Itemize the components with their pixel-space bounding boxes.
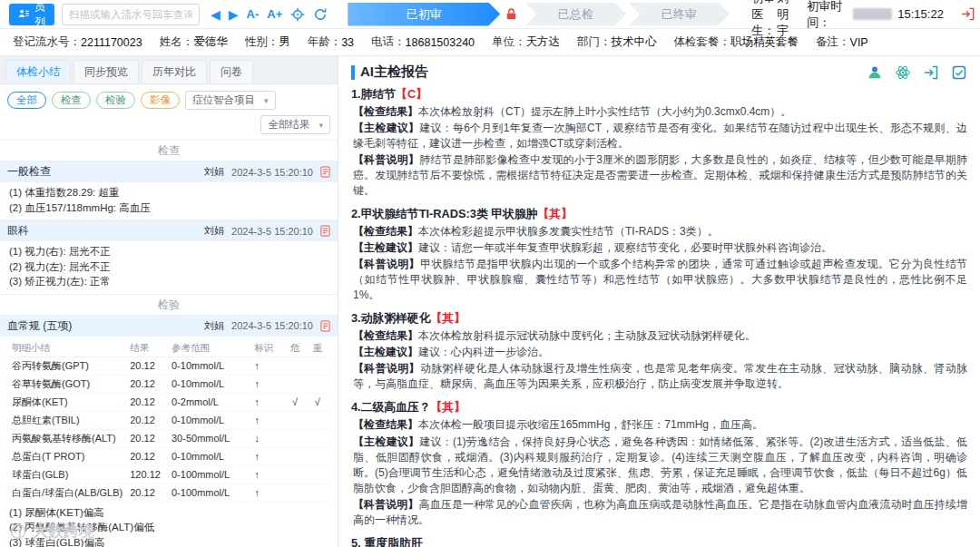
person-list-button[interactable]: 人员列表 xyxy=(9,4,54,25)
lab-row: 尿酮体(KET) 20.12 0-2mmol/L ↑ √ √ xyxy=(9,393,328,411)
audit-steps: 已初审 已总检 已终审 xyxy=(348,3,730,26)
report-line: 【科普说明】动脉粥样硬化是人体动脉退行及增生性病变，也是常见老年病变。常发生在主… xyxy=(353,361,967,392)
lab-severe xyxy=(306,411,328,429)
ai-settings-icon[interactable] xyxy=(895,64,911,81)
chevron-down-icon: ▾ xyxy=(318,121,323,130)
lab-flag: ↑ xyxy=(252,393,284,411)
report-item-title: 2.甲状腺结节TI-RADS:3类 甲状腺肿【其】 xyxy=(351,207,967,222)
lab-result: 20.12 xyxy=(127,429,169,447)
search-input[interactable] xyxy=(62,4,200,25)
report-line-label: 【科普说明】 xyxy=(353,362,420,375)
lab-result: 20.12 xyxy=(127,393,169,411)
next-person-icon[interactable]: ▶ xyxy=(229,8,239,21)
report-line-text: 建议：请您一年或半年复查甲状腺彩超，观察结节变化，必要时甲状腺外科咨询诊治。 xyxy=(418,241,832,254)
tab-sync-preview[interactable]: 同步预览 xyxy=(74,60,139,83)
card-blood-header[interactable]: 血常规 (五项) 刘娟 2024-3-5 15:20:10 xyxy=(0,316,338,337)
lab-range: 0-10mmol/L xyxy=(169,447,252,465)
report-line-text: 本次体检彩超提示甲状腺多发囊实性结节（TI-RADS：3类）。 xyxy=(418,225,719,238)
lab-severe xyxy=(306,465,328,484)
lab-severe xyxy=(306,429,328,447)
lab-danger xyxy=(284,411,307,429)
font-increase-icon[interactable]: A+ xyxy=(267,8,282,20)
report-item-name: 1.肺结节 xyxy=(351,87,396,101)
step-final-audit[interactable]: 已终审 xyxy=(628,3,730,26)
locate-icon[interactable] xyxy=(290,7,305,22)
lab-danger xyxy=(284,484,307,502)
project-filter-select[interactable]: 症位智合项目 ▾ xyxy=(185,91,276,110)
report-line-label: 【检查结果】 xyxy=(353,329,418,342)
tab-questionnaire[interactable]: 问卷 xyxy=(210,60,253,83)
lab-item-name: 总蛋白(T PROT) xyxy=(9,447,127,465)
card-title: 血常规 (五项) xyxy=(7,318,72,334)
confirm-check-icon[interactable] xyxy=(951,64,967,81)
report-item-tag: 【其】 xyxy=(537,207,572,220)
lab-note: (3) 球蛋白(GLB)偏高 xyxy=(9,535,328,547)
summary-panel: 体检小结 同步预览 历年对比 问卷 全部 检查 检验 影像 症位智合项目 ▾ 全… xyxy=(0,56,338,547)
lab-item-name: 谷草转氨酶(GOT) xyxy=(9,375,127,393)
lab-severe xyxy=(306,357,328,375)
report-doc-icon[interactable] xyxy=(320,225,330,237)
result-filter-select[interactable]: 全部结果 ▾ xyxy=(260,115,330,134)
report-line-label: 【主检建议】 xyxy=(353,241,418,254)
report-line: 【科普说明】甲状腺结节是指甲状腺内出现的一个或多个结构异常的团块，通常可通过触诊… xyxy=(353,257,967,303)
report-line-text: 动脉粥样硬化是人体动脉退行及增生性病变，也是常见老年病变。常发生在主动脉、冠状动… xyxy=(353,362,967,390)
report-item: 4.二级高血压？【其】 【检查结果】本次体检一般项目提示收缩压165mmHg，舒… xyxy=(351,400,967,527)
lab-row: 丙氨酸氨基转移酶(ALT) 20.12 30-50mmol/L ↓ xyxy=(9,429,328,447)
lock-icon[interactable] xyxy=(505,7,518,21)
lab-result: 20.12 xyxy=(127,357,169,375)
topbar: 人员列表 ◀ ▶ A- A+ 已初审 已总检 已终审 初审医生： 刘明宇 初审时… xyxy=(0,0,980,29)
report-item-title: 4.二级高血压？【其】 xyxy=(351,400,967,415)
patient-field-name: 姓名：爱德华 xyxy=(160,34,228,50)
lab-item-name: 谷丙转氨酶(GPT) xyxy=(9,357,127,375)
card-eye-exam: 眼科 刘娟 2024-3-5 15:20:10 (1) 视力(右): 屈光不正 … xyxy=(0,220,338,295)
report-line-text: 建议：每6个月到1年复查一次胸部CT，观察结节是否有变化。如果结节在随访过程中出… xyxy=(353,122,967,150)
report-line: 【科普说明】肺结节是肺部影像检查中发现的小于3厘米的圆形阴影，大多数是良性的，如… xyxy=(353,152,967,199)
audit-time-value: 15:15:22 xyxy=(897,7,944,21)
font-decrease-icon[interactable]: A- xyxy=(247,8,260,20)
lab-col-range: 参考范围 xyxy=(169,340,252,357)
step-first-audit[interactable]: 已初审 xyxy=(348,3,500,26)
audit-time-label: 初审时间： xyxy=(807,0,848,31)
filter-all[interactable]: 全部 xyxy=(7,92,46,109)
lab-col-flag: 标识 xyxy=(252,340,284,357)
lab-item-name: 球蛋白(GLB) xyxy=(9,465,127,484)
refresh-icon[interactable] xyxy=(313,7,328,22)
lab-severe: √ xyxy=(306,393,328,411)
report-line-text: 肺结节是肺部影像检查中发现的小于3厘米的圆形阴影，大多数是良性的，如炎症、结核等… xyxy=(353,153,967,197)
lab-range: 0-2mmol/L xyxy=(169,393,252,411)
masked-date xyxy=(853,8,892,20)
report-actions xyxy=(867,64,967,81)
patient-field-gender: 性别：男 xyxy=(245,34,290,50)
report-line: 【检查结果】本次体检放射科（CT）提示左肺上叶小实性结节（大小约为0.3cmx0… xyxy=(353,104,967,120)
lab-range: 0-10mmol/L xyxy=(169,375,252,393)
card-eye-header[interactable]: 眼科 刘娟 2024-3-5 15:20:10 xyxy=(0,220,338,241)
filter-imaging[interactable]: 影像 xyxy=(141,92,180,109)
lab-danger xyxy=(284,429,307,447)
report-doc-icon[interactable] xyxy=(320,166,330,178)
toolbar-icons: ◀ ▶ A- A+ xyxy=(211,7,328,22)
ai-doctor-icon[interactable] xyxy=(867,64,883,81)
export-icon[interactable] xyxy=(923,64,939,81)
report-item: 2.甲状腺结节TI-RADS:3类 甲状腺肿【其】 【检查结果】本次体检彩超提示… xyxy=(351,207,967,303)
audit-info: 初审医生： 刘明宇 初审时间： 15:15:22 xyxy=(737,0,975,39)
report-doc-icon[interactable] xyxy=(320,320,330,332)
step-general-audit[interactable]: 已总检 xyxy=(524,3,626,26)
patient-field-age: 年龄：33 xyxy=(308,34,354,50)
lab-row: 总胆红素(TBIL) 20.12 0-10mmol/L ↑ xyxy=(9,411,328,429)
report-item-tag: 【其】 xyxy=(430,400,465,414)
report-line-text: 本次体检放射科（CT）提示左肺上叶小实性结节（大小约为0.3cmx0.4cm）。 xyxy=(418,105,791,118)
lab-flag: ↑ xyxy=(252,447,284,465)
patient-field-department: 部门：技术中心 xyxy=(577,34,657,50)
report-item-name: 5. 重度脂肪肝 xyxy=(351,536,422,547)
prev-person-icon[interactable]: ◀ xyxy=(211,8,220,21)
sign-out-icon[interactable] xyxy=(960,6,975,22)
tab-summary[interactable]: 体检小结 xyxy=(5,60,71,83)
filter-exam[interactable]: 检查 xyxy=(52,92,91,109)
lab-row: 球蛋白(GLB) 120.12 0-100mmol/L ↑ xyxy=(9,465,328,484)
lab-note: (1) 尿酮体(KET)偏高 xyxy=(9,505,328,521)
filter-lab[interactable]: 检验 xyxy=(96,92,135,109)
lab-row: 总蛋白(T PROT) 20.12 0-10mmol/L ↑ xyxy=(9,447,328,465)
tab-history-compare[interactable]: 历年对比 xyxy=(142,60,207,83)
lab-item-name: 尿酮体(KET) xyxy=(9,393,127,411)
card-general-header[interactable]: 一般检查 刘娟 2024-3-5 15:20:10 xyxy=(0,161,338,182)
